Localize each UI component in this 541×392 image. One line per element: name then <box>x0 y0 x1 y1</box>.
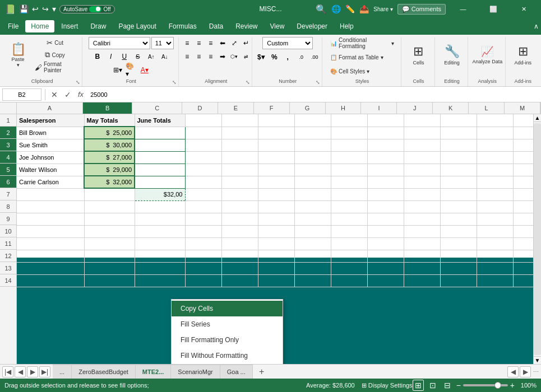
sheet-tab-3[interactable]: MTE2... <box>136 365 172 379</box>
align-bottom-center-btn[interactable]: ≡ <box>193 50 205 63</box>
cell-h3[interactable] <box>331 139 367 151</box>
cell-ref-input[interactable] <box>2 88 41 101</box>
row-header-2[interactable]: 2 <box>0 127 16 139</box>
currency-btn[interactable]: $▾ <box>255 51 267 63</box>
merge-btn[interactable]: ⬡▾ <box>228 50 241 63</box>
cell-c3[interactable] <box>135 139 185 151</box>
ctx-fill-formatting-only[interactable]: Fill Formatting Only <box>172 332 283 348</box>
cell-i3[interactable] <box>367 139 404 151</box>
sheet-tab-4[interactable]: ScenarioMgr <box>171 365 220 379</box>
decrease-font-btn[interactable]: A↓ <box>159 50 171 63</box>
cell-k7[interactable] <box>440 188 477 200</box>
cell-f3[interactable] <box>258 139 294 151</box>
page-break-view-btn[interactable]: ⊟ <box>442 380 453 391</box>
cell-c1[interactable]: June Totals <box>135 114 185 127</box>
cell-l2[interactable] <box>477 127 513 139</box>
format-as-table-btn[interactable]: 📋 Format as Table ▾ <box>327 51 397 63</box>
quick-save-icon[interactable]: 💾 <box>19 4 29 13</box>
cell-a5[interactable]: Walter Wilson <box>17 164 84 176</box>
borders-btn[interactable]: ⊞▾ <box>112 64 124 76</box>
fill-color-btn[interactable]: 🎨▾ <box>125 64 137 76</box>
cut-btn[interactable]: ✂ Cut <box>31 37 78 48</box>
cell-e6[interactable] <box>221 176 258 188</box>
col-header-j[interactable]: J <box>397 102 433 114</box>
strikethrough-btn[interactable]: S <box>132 50 144 63</box>
cell-g5[interactable] <box>294 164 331 176</box>
menu-page-layout[interactable]: Page Layout <box>113 20 161 32</box>
cell-i2[interactable] <box>367 127 404 139</box>
row-header-8[interactable]: 8 <box>0 200 16 213</box>
menu-file[interactable]: File <box>2 20 24 32</box>
display-settings-btn[interactable]: ⊞ Display Settings <box>362 382 413 389</box>
cell-b9[interactable] <box>84 213 135 225</box>
cell-i1[interactable] <box>367 114 404 127</box>
page-layout-view-btn[interactable]: ⊡ <box>427 380 438 391</box>
wrap-text-btn[interactable]: ↵ <box>240 37 252 49</box>
cell-d6[interactable] <box>185 176 221 188</box>
cell-a6[interactable]: Carrie Carlson <box>17 176 84 188</box>
cell-g6[interactable] <box>294 176 331 188</box>
cell-g8[interactable] <box>294 200 331 213</box>
cell-d2[interactable] <box>185 127 221 139</box>
copy-btn[interactable]: ⧉ Copy <box>31 49 78 60</box>
cell-j3[interactable] <box>404 139 440 151</box>
cells-btn[interactable]: ⊞ Cells <box>405 37 432 73</box>
cell-k2[interactable] <box>440 127 477 139</box>
cell-e1[interactable] <box>221 114 258 127</box>
row-header-9[interactable]: 9 <box>0 213 16 225</box>
conditional-formatting-btn[interactable]: 📊 Conditional Formatting ▾ <box>327 37 397 49</box>
cell-i8[interactable] <box>367 200 404 213</box>
cell-h4[interactable] <box>331 151 367 164</box>
cell-d4[interactable] <box>185 151 221 164</box>
cell-d3[interactable] <box>185 139 221 151</box>
cell-k1[interactable] <box>440 114 477 127</box>
cell-j8[interactable] <box>404 200 440 213</box>
cell-c2[interactable] <box>135 127 185 139</box>
cell-g1[interactable] <box>294 114 331 127</box>
comments-btn[interactable]: 💬 Comments <box>397 4 446 15</box>
col-header-b[interactable]: B <box>83 102 132 114</box>
cell-a4[interactable]: Joe Johnson <box>17 151 84 164</box>
menu-draw[interactable]: Draw <box>85 20 112 32</box>
cell-f6[interactable] <box>258 176 294 188</box>
cell-h7[interactable] <box>331 188 367 200</box>
cell-b4[interactable]: $ 27,000 <box>84 151 135 164</box>
ctx-fill-series[interactable]: Fill Series <box>172 316 283 332</box>
orientation-btn[interactable]: ⤢ <box>228 37 241 49</box>
menu-developer[interactable]: Developer <box>291 20 333 32</box>
cell-i4[interactable] <box>367 151 404 164</box>
addins-btn[interactable]: ⊞ Add-ins <box>510 37 537 73</box>
cell-j2[interactable] <box>404 127 440 139</box>
cell-b6[interactable]: $ 32,000 <box>84 176 135 188</box>
tab-scroll-left-btn[interactable]: ◀ <box>507 366 519 377</box>
bold-btn[interactable]: B <box>91 50 104 63</box>
cell-f1[interactable] <box>258 114 294 127</box>
cell-l1[interactable] <box>477 114 513 127</box>
col-header-c[interactable]: C <box>132 102 182 114</box>
number-expand-icon[interactable]: ⤡ <box>316 80 320 85</box>
cell-e2[interactable] <box>221 127 258 139</box>
sheet-tab-5[interactable]: Goa ... <box>220 365 253 379</box>
cell-e8[interactable] <box>221 200 258 213</box>
zoom-minus-btn[interactable]: − <box>456 381 461 390</box>
tab-nav-next[interactable]: ▶ <box>27 366 38 377</box>
cell-d7[interactable] <box>185 188 221 200</box>
cell-c5[interactable] <box>135 164 185 176</box>
cell-styles-btn[interactable]: 🎨 Cell Styles ▾ <box>327 65 397 77</box>
formula-input[interactable] <box>88 88 539 101</box>
cell-f5[interactable] <box>258 164 294 176</box>
col-header-i[interactable]: I <box>361 102 397 114</box>
zoom-plus-btn[interactable]: + <box>510 381 515 390</box>
cell-a2[interactable]: Bill Brown <box>17 127 84 139</box>
col-header-f[interactable]: F <box>254 102 290 114</box>
scroll-down-btn[interactable]: ▼ <box>534 356 542 364</box>
cell-k5[interactable] <box>440 164 477 176</box>
tab-scroll-right-btn[interactable]: ▶ <box>520 366 531 377</box>
tab-nav-prev[interactable]: ◀ <box>15 366 26 377</box>
cell-h6[interactable] <box>331 176 367 188</box>
cell-h5[interactable] <box>331 164 367 176</box>
customize-icon[interactable]: ▾ <box>52 4 56 13</box>
cell-l3[interactable] <box>477 139 513 151</box>
cell-h8[interactable] <box>331 200 367 213</box>
font-expand-icon[interactable]: ⤡ <box>172 80 177 85</box>
